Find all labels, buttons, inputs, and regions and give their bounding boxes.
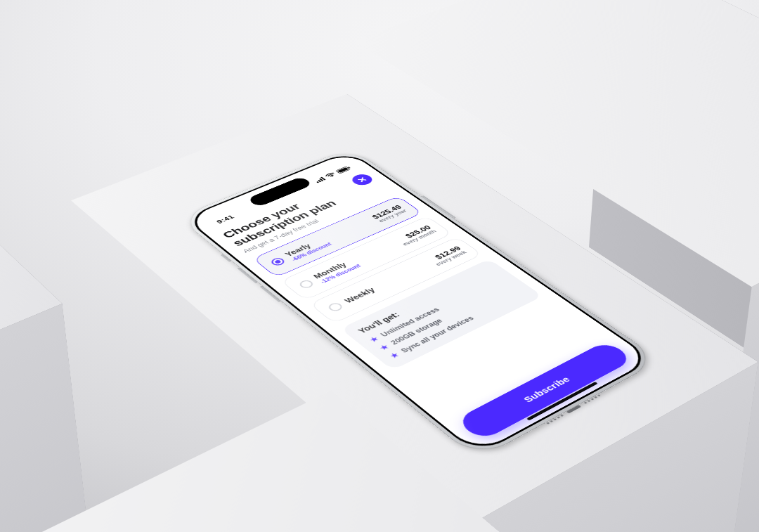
radio-icon	[297, 278, 316, 289]
benefit-text: Unlimited access	[379, 306, 441, 337]
benefit-item: ★200GB storage	[377, 283, 516, 351]
plan-name: Weekly	[343, 261, 431, 304]
close-button[interactable]	[349, 172, 376, 187]
radio-icon	[327, 301, 345, 313]
svg-rect-0	[316, 181, 319, 183]
plan-discount	[351, 267, 432, 304]
radio-icon	[269, 257, 287, 267]
benefits-card: You'll get: ★Unlimited access ★200GB sto…	[340, 259, 543, 370]
benefit-text: 200GB storage	[389, 317, 444, 346]
star-icon: ★	[378, 343, 390, 351]
benefits-title: You'll get:	[356, 267, 494, 335]
close-icon	[356, 176, 368, 183]
benefit-item: ★Unlimited access	[368, 275, 505, 343]
star-icon: ★	[368, 335, 380, 343]
star-icon: ★	[389, 351, 401, 359]
benefit-text: Sync all your devices	[399, 315, 476, 354]
mockup-scene: 9:41	[0, 0, 759, 532]
benefit-item: ★Sync all your devices	[388, 290, 526, 359]
